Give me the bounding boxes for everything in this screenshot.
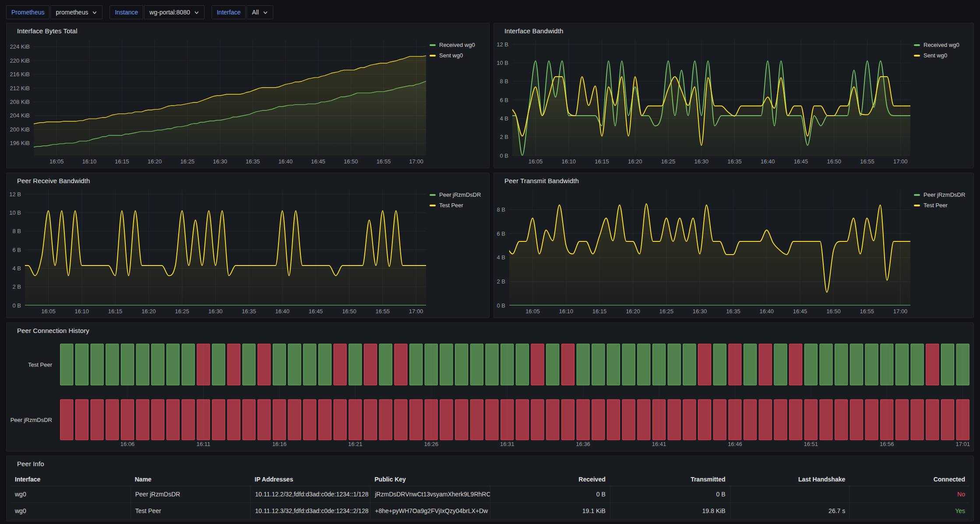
status-bar-disconnected[interactable] <box>713 400 726 440</box>
column-header-transmitted[interactable]: Transmitted <box>610 474 730 486</box>
status-bar-disconnected[interactable] <box>167 400 180 440</box>
column-header-connected[interactable]: Connected <box>850 474 969 486</box>
status-bar-disconnected[interactable] <box>106 400 119 440</box>
status-bar-disconnected[interactable] <box>395 400 407 440</box>
status-bar-connected[interactable] <box>804 344 817 385</box>
status-bar-disconnected[interactable] <box>683 400 696 440</box>
status-bar-connected[interactable] <box>106 344 119 385</box>
status-bar-disconnected[interactable] <box>379 400 392 440</box>
status-bar-connected[interactable] <box>243 344 255 385</box>
status-bar-disconnected[interactable] <box>804 400 817 440</box>
column-header-ip-addresses[interactable]: IP Addresses <box>250 474 370 486</box>
status-bar-connected[interactable] <box>303 344 316 385</box>
status-bar-disconnected[interactable] <box>850 400 863 440</box>
status-bar-disconnected[interactable] <box>592 400 605 440</box>
status-bar-disconnected[interactable] <box>258 344 271 385</box>
status-bar-disconnected[interactable] <box>76 400 88 440</box>
column-header-name[interactable]: Name <box>130 474 250 486</box>
status-bar-connected[interactable] <box>622 344 635 385</box>
status-bar-connected[interactable] <box>577 344 589 385</box>
peer-connection-history-chart[interactable]: 16:0616:1116:1616:2116:2616:3116:3616:41… <box>7 323 974 452</box>
status-bar-disconnected[interactable] <box>698 400 711 440</box>
status-bar-disconnected[interactable] <box>881 400 893 440</box>
status-bar-disconnected[interactable] <box>759 344 772 385</box>
status-bar-disconnected[interactable] <box>152 400 164 440</box>
status-bar-connected[interactable] <box>546 344 559 385</box>
status-bar-disconnected[interactable] <box>653 400 666 440</box>
status-bar-connected[interactable] <box>379 344 392 385</box>
status-bar-connected[interactable] <box>774 344 787 385</box>
status-bar-disconnected[interactable] <box>835 400 848 440</box>
status-bar-connected[interactable] <box>486 344 498 385</box>
status-bar-disconnected[interactable] <box>410 400 423 440</box>
status-bar-connected[interactable] <box>668 344 680 385</box>
status-bar-disconnected[interactable] <box>926 344 939 385</box>
status-bar-connected[interactable] <box>60 344 73 385</box>
status-bar-disconnected[interactable] <box>60 400 73 440</box>
status-bar-disconnected[interactable] <box>911 400 924 440</box>
status-bar-connected[interactable] <box>410 344 423 385</box>
status-bar-disconnected[interactable] <box>865 400 878 440</box>
status-bar-disconnected[interactable] <box>790 400 802 440</box>
status-bar-disconnected[interactable] <box>577 400 589 440</box>
status-bar-disconnected[interactable] <box>395 344 407 385</box>
status-bar-connected[interactable] <box>455 344 468 385</box>
status-bar-disconnected[interactable] <box>470 400 483 440</box>
interface-bandwidth-chart[interactable]: 0 B2 B4 B6 B8 B10 B12 B16:0516:1016:1516… <box>494 23 974 169</box>
status-bar-connected[interactable] <box>911 344 924 385</box>
status-bar-connected[interactable] <box>881 344 893 385</box>
status-bar-disconnected[interactable] <box>425 400 437 440</box>
variable-instance-value-dropdown[interactable]: wg-portal:8080 <box>144 5 204 19</box>
status-bar-disconnected[interactable] <box>258 400 271 440</box>
status-bar-connected[interactable] <box>121 344 134 385</box>
status-bar-disconnected[interactable] <box>501 400 514 440</box>
status-bar-disconnected[interactable] <box>121 400 134 440</box>
legend-item-sent-wg0[interactable]: Sent wg0 <box>430 52 487 59</box>
status-bar-disconnected[interactable] <box>531 344 544 385</box>
status-bar-disconnected[interactable] <box>182 400 194 440</box>
legend-item-sent-wg0[interactable]: Sent wg0 <box>914 52 972 59</box>
status-bar-disconnected[interactable] <box>364 400 377 440</box>
status-bar-disconnected[interactable] <box>197 344 210 385</box>
status-bar-disconnected[interactable] <box>455 400 468 440</box>
status-bar-disconnected[interactable] <box>759 400 772 440</box>
status-bar-disconnected[interactable] <box>774 400 787 440</box>
legend-item-peer-jrzmdsdr[interactable]: Peer jRzmDsDR <box>914 191 972 198</box>
status-bar-connected[interactable] <box>516 344 529 385</box>
status-bar-connected[interactable] <box>683 344 696 385</box>
status-bar-disconnected[interactable] <box>334 344 346 385</box>
status-bar-connected[interactable] <box>470 344 483 385</box>
status-bar-disconnected[interactable] <box>197 400 210 440</box>
status-bar-disconnected[interactable] <box>561 400 574 440</box>
status-bar-disconnected[interactable] <box>349 400 362 440</box>
status-bar-disconnected[interactable] <box>820 400 832 440</box>
status-bar-disconnected[interactable] <box>698 344 711 385</box>
status-bar-connected[interactable] <box>744 344 757 385</box>
status-bar-disconnected[interactable] <box>744 400 757 440</box>
status-bar-connected[interactable] <box>136 344 149 385</box>
interface-bytes-total-chart[interactable]: 196 KiB200 KiB204 KiB208 KiB212 KiB216 K… <box>7 23 490 169</box>
status-bar-disconnected[interactable] <box>729 400 741 440</box>
status-bar-connected[interactable] <box>592 344 605 385</box>
legend-item-received-wg0[interactable]: Received wg0 <box>914 42 972 48</box>
status-bar-disconnected[interactable] <box>531 400 544 440</box>
column-header-public-key[interactable]: Public Key <box>370 474 490 486</box>
variable-interface-value-dropdown[interactable]: All <box>247 5 273 19</box>
status-bar-connected[interactable] <box>319 344 331 385</box>
peer-receive-bandwidth-chart[interactable]: 0 B2 B4 B6 B8 B10 B12 B16:0516:1016:1516… <box>7 173 490 319</box>
status-bar-disconnected[interactable] <box>607 400 620 440</box>
status-bar-disconnected[interactable] <box>440 400 453 440</box>
status-bar-disconnected[interactable] <box>273 400 286 440</box>
status-bar-disconnected[interactable] <box>212 400 225 440</box>
status-bar-connected[interactable] <box>76 344 88 385</box>
status-bar-connected[interactable] <box>167 344 180 385</box>
peer-transmit-bandwidth-chart[interactable]: 0 B2 B4 B6 B8 B16:0516:1016:1516:2016:25… <box>494 173 974 319</box>
status-bar-connected[interactable] <box>288 344 301 385</box>
status-bar-connected[interactable] <box>653 344 666 385</box>
status-bar-connected[interactable] <box>895 344 908 385</box>
status-bar-disconnected[interactable] <box>243 400 255 440</box>
status-bar-disconnected[interactable] <box>227 400 240 440</box>
legend-item-test-peer[interactable]: Test Peer <box>914 202 972 209</box>
status-bar-disconnected[interactable] <box>364 344 377 385</box>
status-bar-disconnected[interactable] <box>516 400 529 440</box>
